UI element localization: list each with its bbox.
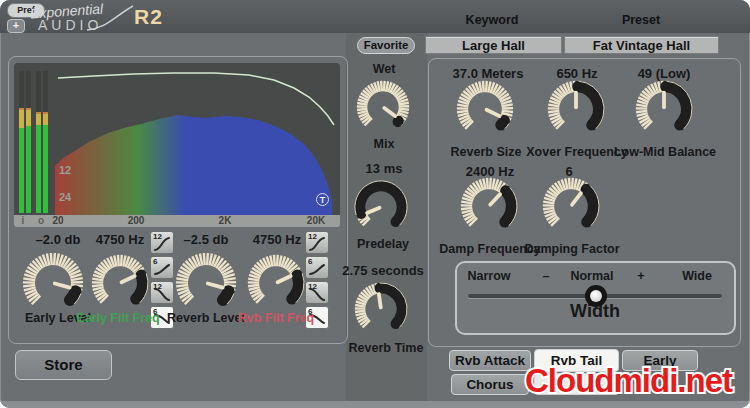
keyword-selector[interactable]: Large Hall <box>425 36 562 54</box>
store-button[interactable]: Store <box>15 350 112 380</box>
width-minus-button[interactable]: – <box>543 269 550 283</box>
rvb-filt-freq-knob[interactable] <box>247 254 305 312</box>
reverb-time-knob[interactable] <box>354 282 408 336</box>
frequency-scale: i o 20 200 2K 20K <box>14 215 340 227</box>
reverb-level-knob[interactable] <box>175 252 237 314</box>
xover-frequency-value: 650 Hz <box>556 66 597 81</box>
reverb-level-value: –2.5 db <box>184 232 229 247</box>
filter-slope-button-lp12[interactable]: 12 <box>150 281 174 304</box>
width-narrow-label: Narrow <box>467 269 510 283</box>
rvb-filt-freq-label: Rvb Filt Freq <box>238 311 314 325</box>
tab-chorus[interactable]: Chorus <box>451 374 529 395</box>
mix-value: Wet <box>373 62 396 76</box>
early-level-value: –2.0 db <box>36 232 81 247</box>
meter-bar-peak <box>19 108 24 110</box>
meter-bar-green <box>43 112 48 213</box>
time-display-toggle-icon[interactable]: T <box>316 193 329 206</box>
filter-slope-button-hp12[interactable]: 12 <box>150 231 174 254</box>
meter-label-input: i <box>22 215 25 227</box>
mix-label: Mix <box>374 137 395 151</box>
keyword-column-label: Keyword <box>466 13 519 27</box>
predelay-value: 13 ms <box>366 161 403 176</box>
window-bottom-edge <box>0 401 750 408</box>
product-title: R2 <box>134 5 163 29</box>
reverb-time-value: 2.75 seconds <box>342 263 424 278</box>
reverb-size-value: 37.0 Meters <box>453 66 524 81</box>
early-level-knob[interactable] <box>22 252 84 314</box>
damp-frequency-knob[interactable] <box>460 177 518 235</box>
filter-curve-icon <box>152 284 172 304</box>
meter-bar-yellow <box>26 108 31 126</box>
filter-slope-button-hp12[interactable]: 12 <box>305 231 329 254</box>
freq-tick-20: 20 <box>52 215 63 227</box>
filter-slope-button-hp6[interactable]: 6 <box>305 256 329 279</box>
filter-slope-button-hp6[interactable]: 6 <box>150 256 174 279</box>
low-mid-balance-label: Low-Mid Balance <box>614 145 716 159</box>
predelay-knob[interactable] <box>354 180 408 234</box>
meter-bar-peak <box>26 108 31 110</box>
db-tick-24: 24 <box>59 191 71 203</box>
low-mid-balance-value: 49 (Low) <box>638 66 691 81</box>
reverb-time-label: Reverb Time <box>349 341 424 355</box>
meter-label-output: o <box>38 215 44 227</box>
width-plus-button[interactable]: + <box>637 269 644 283</box>
filter-slope-button-lp12[interactable]: 12 <box>305 281 329 304</box>
preset-column-label: Preset <box>622 13 660 27</box>
width-normal-label: Normal <box>570 269 613 283</box>
filter-curve-icon <box>152 234 172 254</box>
meter-bar-peak <box>36 112 41 114</box>
add-button[interactable]: + <box>7 19 25 33</box>
freq-tick-20k: 20K <box>307 215 325 227</box>
damping-factor-knob[interactable] <box>542 177 600 235</box>
early-filt-freq-knob[interactable] <box>91 254 149 312</box>
xover-frequency-knob[interactable] <box>547 80 605 138</box>
reverb-size-knob[interactable] <box>456 80 514 138</box>
mix-knob[interactable] <box>356 80 410 134</box>
filter-curve-icon <box>307 259 327 279</box>
spectrum-hump <box>55 115 332 215</box>
width-title: Width <box>570 301 620 322</box>
predelay-label: Predelay <box>357 237 409 251</box>
tab-rvb-attack[interactable]: Rvb Attack <box>449 350 531 371</box>
preset-selector[interactable]: Fat Vintage Hall <box>564 36 719 54</box>
xover-frequency-label: Xover Frequency <box>526 145 627 159</box>
low-mid-balance-knob[interactable] <box>635 80 693 138</box>
width-wide-label: Wide <box>682 269 712 283</box>
filter-curve-icon <box>152 259 172 279</box>
damping-factor-label: Damping Factor <box>524 242 619 256</box>
rvb-filt-freq-value: 4750 Hz <box>253 232 301 247</box>
db-tick-12: 12 <box>59 164 71 176</box>
watermark: Cloudmidi.net <box>521 358 749 404</box>
logo-swoosh-icon <box>85 4 135 32</box>
filter-curve-icon <box>307 234 327 254</box>
r2-plugin-window: Pref + Exponential AUDIO R2 Keyword Pres… <box>0 0 750 408</box>
meter-bar-green <box>36 112 41 213</box>
spectrum-display: 12 24 36 48 T <box>14 63 340 215</box>
early-filt-freq-label: Early Filt Freq <box>76 311 159 325</box>
filter-curve-icon <box>307 284 327 304</box>
watermark-text: Cloudmidi.net <box>525 362 733 399</box>
reverb-size-label: Reverb Size <box>451 145 522 159</box>
freq-tick-200: 200 <box>128 215 145 227</box>
early-filt-freq-value: 4750 Hz <box>96 232 144 247</box>
meter-bar-yellow <box>19 108 24 128</box>
reverb-level-label: Reverb Level <box>167 311 245 325</box>
freq-tick-2k: 2K <box>219 215 232 227</box>
header-bar: Pref + Exponential AUDIO R2 Keyword Pres… <box>0 0 750 33</box>
favorite-button[interactable]: Favorite <box>357 37 415 54</box>
meter-bar-peak <box>43 112 48 114</box>
